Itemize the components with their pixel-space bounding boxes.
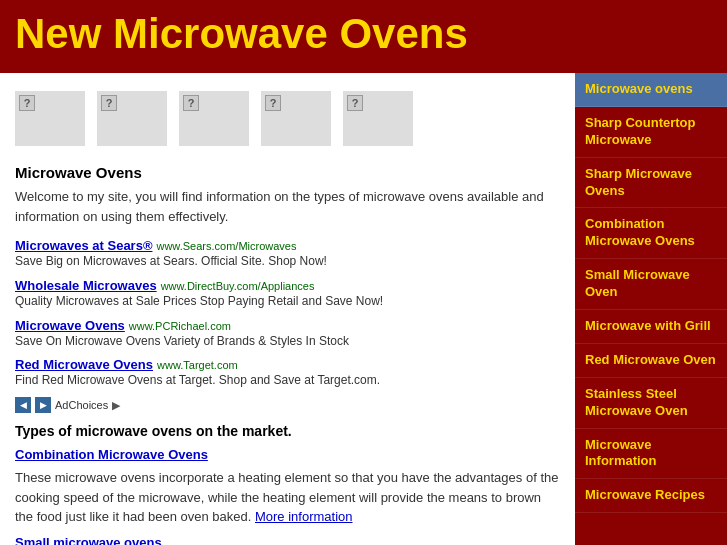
ad-link-3[interactable]: Microwave Ovens — [15, 318, 125, 333]
ad-choices-bar: ◀ ▶ AdChoices ▶ — [15, 397, 560, 413]
product-image-3: ? — [179, 91, 249, 146]
image-placeholder-2: ? — [101, 95, 117, 111]
section-heading: Microwave Ovens — [15, 164, 560, 181]
image-placeholder-1: ? — [19, 95, 35, 111]
sidebar-item-microwave-ovens[interactable]: Microwave ovens — [575, 73, 727, 107]
sidebar-label-2: Sharp Microwave Ovens — [585, 166, 717, 200]
sidebar-item-stainless[interactable]: Stainless Steel Microwave Oven — [575, 378, 727, 429]
sidebar-label-0: Microwave ovens — [585, 81, 717, 98]
ad-desc-3: Save On Microwave Ovens Variety of Brand… — [15, 333, 560, 350]
product-image-1: ? — [15, 91, 85, 146]
combination-ovens-link[interactable]: Combination Microwave Ovens — [15, 447, 560, 462]
sidebar-item-grill[interactable]: Microwave with Grill — [575, 310, 727, 344]
sidebar-label-6: Red Microwave Oven — [585, 352, 717, 369]
small-microwave-link[interactable]: Small microwave ovens — [15, 535, 560, 545]
ad-url-1: www.Sears.com/Microwaves — [156, 240, 296, 252]
image-placeholder-5: ? — [347, 95, 363, 111]
sidebar: Microwave ovens Sharp Countertop Microwa… — [575, 73, 727, 545]
image-placeholder-4: ? — [265, 95, 281, 111]
more-info-link[interactable]: More information — [255, 509, 353, 524]
next-ad-button[interactable]: ▶ — [35, 397, 51, 413]
main-content: ? ? ? ? ? Microwave Ovens Welcome to my … — [0, 73, 575, 545]
sidebar-item-combination[interactable]: Combination Microwave Ovens — [575, 208, 727, 259]
ad-url-2: www.DirectBuy.com/Appliances — [161, 280, 315, 292]
ad-url-3: www.PCRichael.com — [129, 320, 231, 332]
ad-link-2[interactable]: Wholesale Microwaves — [15, 278, 157, 293]
sidebar-label-1: Sharp Countertop Microwave — [585, 115, 717, 149]
product-image-4: ? — [261, 91, 331, 146]
sidebar-label-7: Stainless Steel Microwave Oven — [585, 386, 717, 420]
combination-desc: These microwave ovens incorporate a heat… — [15, 468, 560, 527]
sidebar-item-sharp-countertop[interactable]: Sharp Countertop Microwave — [575, 107, 727, 158]
sidebar-item-sharp-ovens[interactable]: Sharp Microwave Ovens — [575, 158, 727, 209]
ad-desc-1: Save Big on Microwaves at Sears. Officia… — [15, 253, 560, 270]
sidebar-item-small-oven[interactable]: Small Microwave Oven — [575, 259, 727, 310]
ad-link-4[interactable]: Red Microwave Ovens — [15, 357, 153, 372]
sidebar-item-recipes[interactable]: Microwave Recipes — [575, 479, 727, 513]
ad-link-1[interactable]: Microwaves at Sears® — [15, 238, 152, 253]
sidebar-item-red-oven[interactable]: Red Microwave Oven — [575, 344, 727, 378]
product-image-2: ? — [97, 91, 167, 146]
layout: ? ? ? ? ? Microwave Ovens Welcome to my … — [0, 73, 727, 545]
prev-ad-button[interactable]: ◀ — [15, 397, 31, 413]
ad-desc-4: Find Red Microwave Ovens at Target. Shop… — [15, 372, 560, 389]
ad-choices-label: AdChoices — [55, 399, 108, 411]
product-image-5: ? — [343, 91, 413, 146]
ad-item-4: Red Microwave Ovenswww.Target.com Find R… — [15, 357, 560, 389]
page-title: New Microwave Ovens — [15, 10, 712, 58]
ad-item-1: Microwaves at Sears®www.Sears.com/Microw… — [15, 238, 560, 270]
image-row: ? ? ? ? ? — [15, 83, 560, 154]
ad-item-3: Microwave Ovenswww.PCRichael.com Save On… — [15, 318, 560, 350]
ad-url-4: www.Target.com — [157, 359, 238, 371]
image-placeholder-3: ? — [183, 95, 199, 111]
sidebar-label-3: Combination Microwave Ovens — [585, 216, 717, 250]
sidebar-label-5: Microwave with Grill — [585, 318, 717, 335]
header: New Microwave Ovens — [0, 0, 727, 73]
ad-item-2: Wholesale Microwaveswww.DirectBuy.com/Ap… — [15, 278, 560, 310]
ad-choices-icon: ▶ — [112, 399, 120, 412]
sidebar-item-information[interactable]: Microwave Information — [575, 429, 727, 480]
ad-desc-2: Quality Microwaves at Sale Prices Stop P… — [15, 293, 560, 310]
sidebar-label-8: Microwave Information — [585, 437, 717, 471]
types-heading: Types of microwave ovens on the market. — [15, 423, 560, 439]
sidebar-label-4: Small Microwave Oven — [585, 267, 717, 301]
sidebar-label-9: Microwave Recipes — [585, 487, 717, 504]
intro-text: Welcome to my site, you will find inform… — [15, 187, 560, 226]
